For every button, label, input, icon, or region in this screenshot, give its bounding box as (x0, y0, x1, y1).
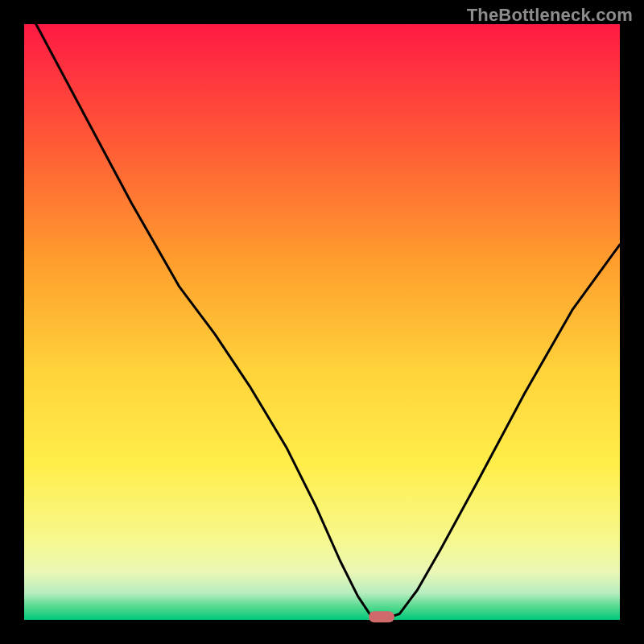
optimal-marker (369, 611, 394, 622)
watermark-text: TheBottleneck.com (467, 5, 633, 26)
plot-background (24, 24, 620, 620)
chart-frame: TheBottleneck.com (0, 0, 644, 644)
bottleneck-chart (0, 0, 644, 644)
